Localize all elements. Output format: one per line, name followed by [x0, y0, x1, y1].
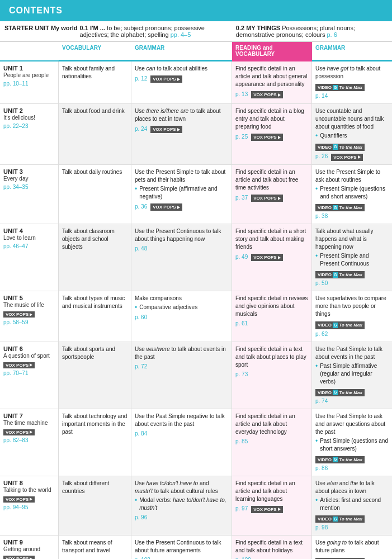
unit-3-grammar2: Use the Present Simple to ask about rout…	[312, 165, 392, 224]
column-headers: VOCABULARY GRAMMAR READING and VOCABULAR…	[0, 42, 392, 61]
starter-col2-page: p. 6	[327, 31, 337, 38]
unit-7-pages: pp. 82–83	[3, 437, 55, 443]
unit-6-label: UNIT 6 A question of sport VOX POPS pp. …	[0, 342, 59, 409]
unit-2-grammar2: Use countable and uncountable nouns and …	[312, 104, 392, 164]
unit-2-vocab: Talk about food and drink	[59, 104, 131, 164]
contents-title: CONTENTS	[9, 6, 383, 16]
unit-4-grammar: Use the Present Continuous to talk about…	[131, 224, 232, 291]
unit-2-name: It's delicious!	[3, 114, 55, 121]
unit-row-7: UNIT 7 The time machine VOX POPS pp. 82–…	[0, 409, 392, 476]
unit-2-pages: pp. 22–23	[3, 123, 55, 129]
unit-6-name: A question of sport	[3, 352, 55, 359]
unit-5-pages: pp. 58–59	[3, 319, 55, 325]
unit-4-number: UNIT 4	[3, 228, 55, 234]
unit-6-pages: pp. 70–71	[3, 370, 55, 376]
col-header-grammar2: GRAMMAR	[312, 42, 392, 61]
starter-unit-row: STARTER UNIT My world 0.1 I'M ... to be;…	[0, 21, 392, 42]
vox-pops-badge-u6-unit: VOX POPS	[3, 362, 35, 368]
vox-pops-badge-u9-unit: VOX POPS	[3, 556, 35, 559]
unit-9-label: UNIT 9 Getting around VOX POPS pp. 106–1…	[0, 536, 59, 559]
vox-pops-badge-u2-r: VOX POPS	[251, 134, 282, 141]
unit-1-grammar: Use can to talk about abilities p. 12 VO…	[131, 61, 232, 103]
unit-8-vocab: Talk about different countries	[59, 476, 131, 535]
vox-pops-badge-u2-g2: VOX POPS	[331, 154, 362, 161]
unit-1-reading: Find specific detail in an article and t…	[232, 61, 312, 103]
unit-3-vocab: Talk about daily routines	[59, 165, 131, 224]
contents-header: CONTENTS	[0, 0, 392, 21]
unit-3-name: Every day	[3, 175, 55, 182]
vox-pops-badge-u8-r: VOX POPS	[251, 506, 282, 513]
vox-pops-badge-u1-g: VOX POPS	[150, 75, 182, 83]
vox-pops-badge-u2-g: VOX POPS	[150, 126, 182, 133]
video-badge-u7: VIDEO G To the Max	[315, 456, 365, 463]
unit-3-reading: Find specific detail in an article and t…	[232, 165, 312, 224]
starter-col1-pages: pp. 4–5	[171, 31, 191, 38]
unit-3-label: UNIT 3 Every day pp. 34–35	[0, 165, 59, 224]
unit-5-name: The music of life	[3, 301, 55, 309]
unit-4-vocab: Talk about classroom objects and school …	[59, 224, 131, 291]
unit-row-3: UNIT 3 Every day pp. 34–35 Talk about da…	[0, 165, 392, 224]
unit-row-9: UNIT 9 Getting around VOX POPS pp. 106–1…	[0, 536, 392, 559]
video-badge-u1: VIDEO G To the Max	[315, 84, 365, 91]
vox-pops-badge-u3-g: VOX POPS	[150, 203, 182, 211]
unit-7-name: The time machine	[3, 419, 55, 427]
unit-7-reading: Find specific detail in an article and t…	[232, 409, 312, 476]
vox-pops-badge-u4-r: VOX POPS	[251, 254, 282, 261]
vox-pops-badge-u7-unit: VOX POPS	[3, 429, 35, 435]
unit-4-grammar2: Talk about what usually happens and what…	[312, 224, 392, 291]
unit-9-vocab: Talk about means of transport and travel	[59, 536, 131, 559]
video-badge-u3: VIDEO G To the Max	[315, 204, 365, 211]
unit-9-grammar2: Use going to to talk about future plans …	[312, 536, 392, 559]
vox-pops-badge-u5-unit: VOX POPS	[3, 311, 35, 318]
vox-pops-badge-u3-r: VOX POPS	[251, 195, 282, 202]
unit-2-label: UNIT 2 It's delicious! pp. 22–23	[0, 104, 59, 164]
unit-5-reading: Find specific detail in reviews and give…	[232, 291, 312, 341]
unit-8-reading: Find specific detail in an article and t…	[232, 476, 312, 535]
video-badge-u6: VIDEO G To the Max	[315, 389, 365, 396]
unit-1-vocab: Talk about family and nationalities	[59, 61, 131, 103]
vox-pops-badge-u8-unit: VOX POPS	[3, 496, 35, 503]
unit-4-reading: Find specific detail in a short story an…	[232, 224, 312, 291]
unit-3-grammar: Use the Present Simple to talk about pet…	[131, 165, 232, 224]
unit-5-number: UNIT 5	[3, 295, 55, 301]
unit-3-pages: pp. 34–35	[3, 184, 55, 190]
unit-6-vocab: Talk about sports and sportspeople	[59, 342, 131, 409]
unit-1-number: UNIT 1	[3, 65, 55, 72]
vox-pops-badge-u1-r: VOX POPS	[251, 91, 282, 98]
unit-7-label: UNIT 7 The time machine VOX POPS pp. 82–…	[0, 409, 59, 476]
unit-7-grammar: Use the Past Simple negative to talk abo…	[131, 409, 232, 476]
unit-1-name: People are people	[3, 72, 55, 79]
video-badge-u2: VIDEO G To the Max	[315, 144, 365, 151]
unit-4-name: Love to learn	[3, 234, 55, 241]
unit-1-pages: pp. 10–11	[3, 80, 55, 87]
unit-4-label: UNIT 4 Love to learn pp. 46–47	[0, 224, 59, 291]
starter-col1: 0.1 I'M ... to be; subject pronouns; pos…	[78, 25, 232, 38]
unit-8-pages: pp. 94–95	[3, 504, 55, 510]
unit-2-grammar: Use there is/there are to talk about pla…	[131, 104, 232, 164]
unit-5-grammar: Make comparisons •Comparative adjectives…	[131, 291, 232, 341]
unit-1-label: UNIT 1 People are people pp. 10–11	[0, 61, 59, 103]
video-badge-u5: VIDEO G To the Max	[315, 321, 365, 329]
starter-col2: 0.2 MY THINGS Possessions; plural nouns;…	[232, 25, 388, 38]
unit-3-number: UNIT 3	[3, 168, 55, 175]
col-header-grammar: GRAMMAR	[131, 42, 232, 61]
unit-9-name: Getting around	[3, 546, 55, 553]
unit-8-label: UNIT 8 Talking to the world VOX POPS pp.…	[0, 476, 59, 535]
unit-4-pages: pp. 46–47	[3, 243, 55, 249]
unit-2-reading: Find specific detail in a blog entry and…	[232, 104, 312, 164]
unit-8-grammar: Use have to/don't have to and mustn't to…	[131, 476, 232, 535]
unit-5-label: UNIT 5 The music of life VOX POPS pp. 58…	[0, 291, 59, 341]
unit-6-grammar2: Use the Past Simple to talk about events…	[312, 342, 392, 409]
unit-7-grammar2: Use the Past Simple to ask and answer qu…	[312, 409, 392, 476]
unit-7-number: UNIT 7	[3, 413, 55, 419]
unit-8-name: Talking to the world	[3, 486, 55, 494]
unit-6-grammar: Use was/were to talk about events in the…	[131, 342, 232, 409]
unit-2-number: UNIT 2	[3, 107, 55, 114]
col-header-reading: READING and VOCABULARY	[232, 42, 312, 61]
unit-9-number: UNIT 9	[3, 539, 55, 546]
unit-row-5: UNIT 5 The music of life VOX POPS pp. 58…	[0, 291, 392, 342]
unit-row-1: UNIT 1 People are people pp. 10–11 Talk …	[0, 61, 392, 104]
unit-7-vocab: Talk about technology and important mome…	[59, 409, 131, 476]
unit-8-grammar2: Use a/an and the to talk about places in…	[312, 476, 392, 535]
video-badge-u4: VIDEO G To the Max	[315, 271, 365, 278]
